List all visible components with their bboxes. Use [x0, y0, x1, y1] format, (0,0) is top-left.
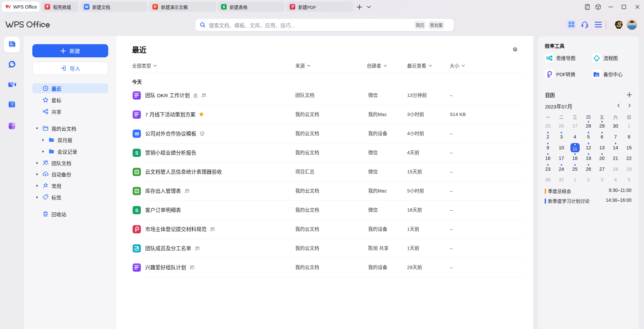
svg-text:7: 7	[11, 103, 13, 107]
svg-text:S: S	[135, 150, 138, 156]
svg-text:W: W	[135, 131, 139, 136]
svg-text:S: S	[135, 208, 138, 213]
